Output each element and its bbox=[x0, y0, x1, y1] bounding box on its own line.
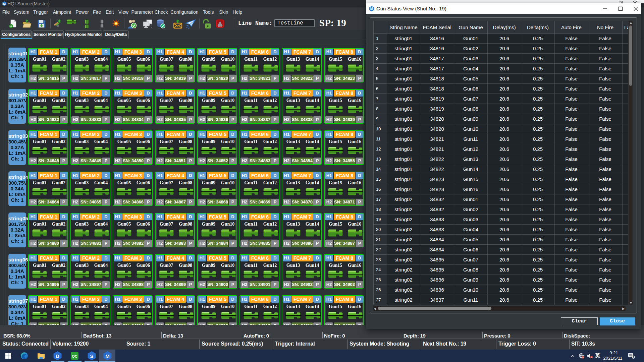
svg-text:D: D bbox=[56, 353, 59, 359]
svg-text:M: M bbox=[3, 2, 6, 6]
svg-text:S: S bbox=[90, 353, 93, 359]
svg-text:ALARM: ALARM bbox=[218, 26, 222, 27]
svg-text:M: M bbox=[370, 7, 373, 11]
svg-text:M: M bbox=[105, 353, 110, 359]
svg-text:2: 2 bbox=[633, 356, 634, 359]
svg-text:QC: QC bbox=[72, 354, 77, 358]
